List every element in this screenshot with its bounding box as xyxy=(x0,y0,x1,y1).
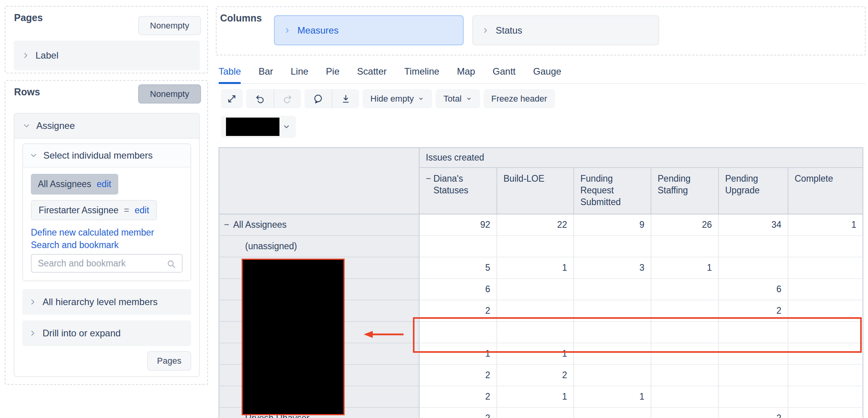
table-cell[interactable] xyxy=(719,365,788,386)
collapse-toggle[interactable]: − xyxy=(224,220,229,230)
chevron-down-icon xyxy=(22,121,31,130)
rows-drop-zone: Rows Nonempty Assignee Select individual… xyxy=(5,80,208,385)
tab-pie[interactable]: Pie xyxy=(326,64,340,83)
select-individual-members-text: Select individual members xyxy=(43,150,153,161)
table-cell[interactable]: 1 xyxy=(497,257,574,279)
table-cell[interactable] xyxy=(497,236,574,257)
table-cell[interactable]: 26 xyxy=(651,214,719,236)
table-cell[interactable] xyxy=(788,236,863,257)
table-cell[interactable]: 1 xyxy=(574,386,651,408)
measure-header-cell[interactable]: Issues created xyxy=(420,148,863,168)
table-cell[interactable] xyxy=(651,408,719,418)
maximize-button[interactable] xyxy=(221,89,243,108)
firestarter-edit-link[interactable]: edit xyxy=(135,205,149,216)
column-header[interactable]: Pending Upgrade xyxy=(719,168,788,214)
table-cell[interactable]: 1 xyxy=(497,386,574,408)
table-cell[interactable] xyxy=(651,236,719,257)
table-cell[interactable] xyxy=(788,257,863,279)
label-item-text: Label xyxy=(36,50,59,61)
tab-bar[interactable]: Bar xyxy=(258,64,273,83)
all-assignees-chip[interactable]: All Assignees edit xyxy=(31,174,118,195)
tab-line[interactable]: Line xyxy=(291,64,308,83)
comments-button[interactable] xyxy=(304,89,332,108)
tab-gantt[interactable]: Gantt xyxy=(493,64,516,83)
tab-map[interactable]: Map xyxy=(457,64,475,83)
table-cell[interactable] xyxy=(788,386,863,408)
freeze-header-button[interactable]: Freeze header xyxy=(484,89,555,108)
row-header[interactable]: (unassigned) xyxy=(219,236,420,257)
column-header[interactable]: Build-LOE xyxy=(497,168,574,214)
tab-scatter[interactable]: Scatter xyxy=(357,64,387,83)
rows-nonempty-button[interactable]: Nonempty xyxy=(138,84,201,104)
pages-drop-zone: Pages Nonempty Label xyxy=(5,6,208,73)
total-label: Total xyxy=(443,94,461,104)
table-cell[interactable] xyxy=(497,279,574,300)
search-and-bookmark-link[interactable]: Search and bookmark xyxy=(31,239,183,251)
redo-button[interactable] xyxy=(274,89,301,108)
table-cell[interactable]: 1 xyxy=(651,257,719,279)
table-cell[interactable] xyxy=(788,408,863,418)
pages-dimension-label[interactable]: Label xyxy=(14,41,200,70)
table-cell[interactable] xyxy=(651,365,719,386)
drill-into-or-expand-item[interactable]: Drill into or expand xyxy=(22,320,191,346)
undo-redo-group xyxy=(246,89,301,108)
member-search-input[interactable] xyxy=(32,255,182,272)
move-to-pages-button[interactable]: Pages xyxy=(147,351,191,371)
column-header[interactable]: − Diana's Statuses xyxy=(420,168,497,214)
table-cell[interactable] xyxy=(719,257,788,279)
column-header[interactable]: Complete xyxy=(788,168,863,214)
table-cell[interactable]: 6 xyxy=(420,279,497,300)
hide-empty-dropdown[interactable]: Hide empty xyxy=(363,89,432,108)
tab-timeline[interactable]: Timeline xyxy=(404,64,439,83)
pages-nonempty-button[interactable]: Nonempty xyxy=(138,16,201,35)
table-cell[interactable]: 22 xyxy=(497,214,574,236)
highlight-rectangle xyxy=(413,317,862,353)
row-header[interactable]: − All Assignees xyxy=(219,214,420,236)
table-cell[interactable]: 9 xyxy=(574,214,651,236)
table-cell[interactable]: 34 xyxy=(719,214,788,236)
column-header[interactable]: Pending Staffing xyxy=(651,168,719,214)
firestarter-assignee-chip[interactable]: Firestarter Assignee = edit xyxy=(31,200,157,220)
total-dropdown[interactable]: Total xyxy=(436,89,480,108)
table-cell[interactable]: 3 xyxy=(574,257,651,279)
table-cell[interactable] xyxy=(497,408,574,418)
report-selector-dropdown[interactable] xyxy=(221,116,296,138)
table-cell[interactable]: 2 xyxy=(420,386,497,408)
undo-button[interactable] xyxy=(246,89,274,108)
tab-table[interactable]: Table xyxy=(219,64,241,83)
tab-gauge[interactable]: Gauge xyxy=(533,64,561,83)
column-header[interactable]: Funding Request Submitted xyxy=(574,168,651,214)
define-calculated-member-link[interactable]: Define new calculated member xyxy=(31,227,183,238)
table-cell[interactable] xyxy=(651,279,719,300)
table-cell[interactable] xyxy=(574,408,651,418)
table-cell[interactable]: 92 xyxy=(420,214,497,236)
table-cell[interactable] xyxy=(788,279,863,300)
table-cell[interactable] xyxy=(788,365,863,386)
chevron-right-icon xyxy=(28,329,37,338)
table-cell[interactable] xyxy=(574,279,651,300)
undo-icon xyxy=(254,93,265,104)
table-cell[interactable] xyxy=(719,236,788,257)
status-dimension-chip[interactable]: Status xyxy=(472,15,659,45)
collapse-toggle[interactable]: − xyxy=(426,173,431,196)
table-cell[interactable] xyxy=(574,236,651,257)
table-cell[interactable] xyxy=(574,365,651,386)
table-cell[interactable] xyxy=(719,386,788,408)
assignee-header[interactable]: Assignee xyxy=(14,114,199,139)
select-individual-members-header[interactable]: Select individual members xyxy=(23,144,190,168)
table-cell[interactable]: 2 xyxy=(719,408,788,418)
table-cell[interactable] xyxy=(420,236,497,257)
all-hierarchy-level-members-item[interactable]: All hierarchy level members xyxy=(22,289,191,315)
table-cell[interactable]: 2 xyxy=(420,408,497,418)
table-cell[interactable]: 5 xyxy=(420,257,497,279)
member-search-box xyxy=(31,254,183,273)
table-cell[interactable]: 6 xyxy=(719,279,788,300)
table-cell[interactable] xyxy=(651,386,719,408)
table-cell[interactable]: 2 xyxy=(420,365,497,386)
all-assignees-edit-link[interactable]: edit xyxy=(97,179,111,189)
export-button[interactable] xyxy=(332,89,359,108)
measures-dimension-chip[interactable]: Measures xyxy=(274,15,464,45)
pages-title: Pages xyxy=(14,12,43,23)
table-cell[interactable]: 2 xyxy=(497,365,574,386)
table-cell[interactable]: 1 xyxy=(788,214,863,236)
